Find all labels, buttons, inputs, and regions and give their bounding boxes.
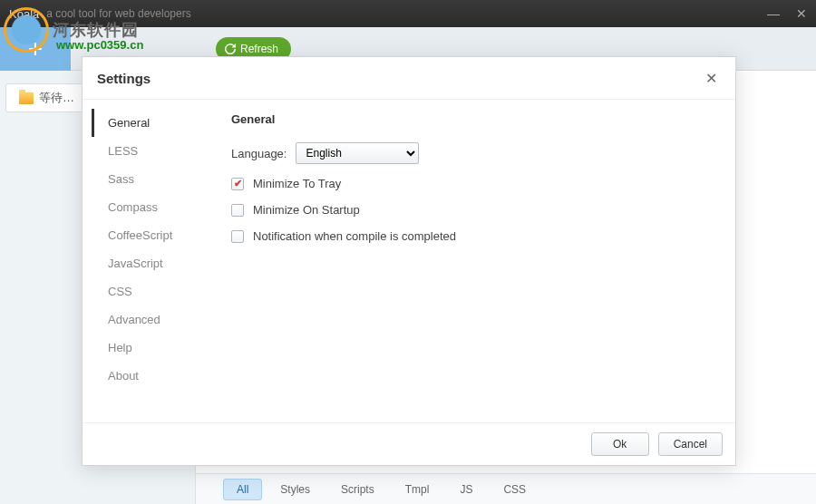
modal-overlay: Settings ✕ General LESS Sass Compass Cof… — [0, 0, 816, 504]
nav-javascript[interactable]: JavaScript — [99, 249, 219, 277]
settings-panel: General Language: English Minimize To Tr… — [219, 100, 735, 422]
minimize-tray-label: Minimize To Tray — [253, 177, 341, 190]
notify-compile-row: Notification when compile is completed — [231, 229, 717, 243]
nav-less[interactable]: LESS — [99, 137, 219, 165]
nav-help[interactable]: Help — [99, 334, 219, 362]
cancel-button[interactable]: Cancel — [658, 432, 723, 456]
minimize-startup-row: Minimize On Startup — [231, 203, 717, 217]
language-row: Language: English — [231, 142, 717, 164]
dialog-body: General LESS Sass Compass CoffeeScript J… — [83, 100, 735, 422]
nav-general[interactable]: General — [92, 109, 219, 137]
nav-about[interactable]: About — [99, 362, 219, 390]
minimize-tray-row: Minimize To Tray — [231, 177, 717, 190]
language-label: Language: — [231, 147, 287, 160]
dialog-footer: Ok Cancel — [83, 422, 735, 465]
settings-dialog: Settings ✕ General LESS Sass Compass Cof… — [82, 56, 736, 466]
minimize-tray-checkbox[interactable] — [231, 178, 244, 190]
nav-css[interactable]: CSS — [99, 277, 219, 305]
notify-compile-label: Notification when compile is completed — [253, 229, 456, 243]
ok-button[interactable]: Ok — [591, 432, 649, 456]
nav-sass[interactable]: Sass — [99, 165, 219, 193]
settings-nav: General LESS Sass Compass CoffeeScript J… — [83, 100, 219, 422]
language-select[interactable]: English — [296, 142, 419, 164]
panel-heading: General — [231, 112, 717, 126]
dialog-title: Settings — [97, 71, 151, 86]
minimize-startup-label: Minimize On Startup — [253, 203, 360, 217]
nav-coffeescript[interactable]: CoffeeScript — [99, 221, 219, 249]
minimize-startup-checkbox[interactable] — [231, 204, 244, 217]
notify-compile-checkbox[interactable] — [231, 230, 244, 243]
dialog-header: Settings ✕ — [83, 57, 735, 100]
nav-advanced[interactable]: Advanced — [99, 305, 219, 334]
dialog-close-button[interactable]: ✕ — [701, 68, 721, 88]
nav-compass[interactable]: Compass — [99, 193, 219, 221]
